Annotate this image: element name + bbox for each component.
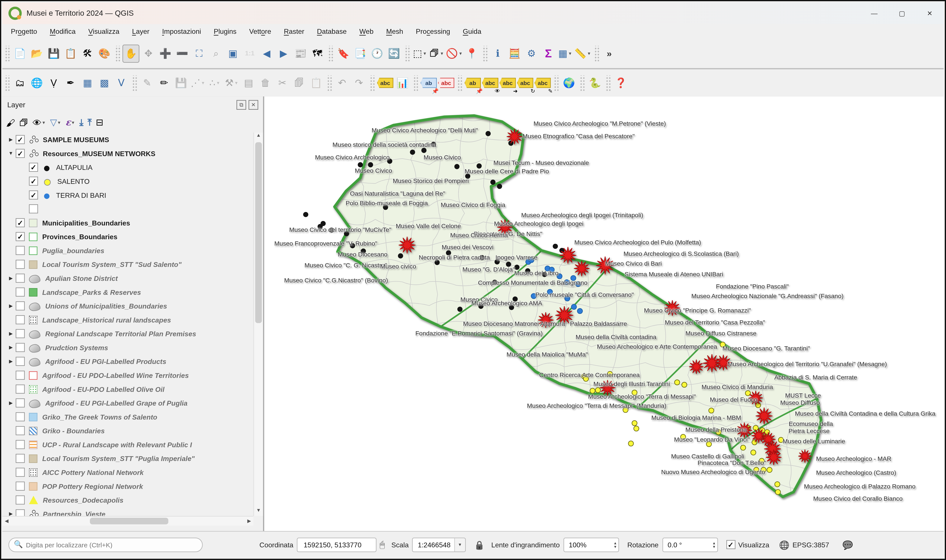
layer-visibility-checkbox[interactable] bbox=[16, 426, 25, 435]
layer-visibility-checkbox[interactable] bbox=[16, 454, 25, 463]
layer-visibility-checkbox[interactable] bbox=[16, 357, 25, 366]
multiedit-attributes-button[interactable]: ▤ bbox=[241, 74, 256, 91]
expander-icon[interactable]: ▶ bbox=[6, 137, 16, 142]
chevron-down-icon[interactable]: ▼ bbox=[42, 120, 46, 124]
zoom-native-button[interactable]: 1:1 bbox=[242, 45, 258, 62]
lock-scale-icon[interactable]: 🔒 bbox=[474, 540, 485, 549]
expander-icon[interactable]: ▶ bbox=[6, 345, 16, 350]
layer-visibility-checkbox[interactable] bbox=[16, 509, 25, 516]
layer-tree-item[interactable]: ▶Local Tourism System_STT "Puglia Imperi… bbox=[2, 451, 253, 465]
expander-icon[interactable]: ▶ bbox=[6, 275, 16, 281]
layer-tree-item[interactable]: ▶Agrifood - EU PGI-Labelled Products bbox=[2, 354, 253, 368]
filter-by-expression-button[interactable]: ε▼ bbox=[65, 117, 75, 128]
toolbar-handle[interactable] bbox=[579, 75, 585, 91]
messages-bubble-icon[interactable]: 💬 bbox=[842, 540, 853, 549]
pin-unpin-labels-button[interactable]: ab📌 bbox=[465, 74, 481, 91]
map-canvas[interactable]: Museo Civico Archeologico "Delli Muti"Mu… bbox=[264, 96, 944, 532]
chevron-down-icon[interactable]: ▼ bbox=[458, 51, 463, 55]
layer-tree-item[interactable]: ▶Agrifood - EU-PDO Labelled Olive Oil bbox=[2, 382, 253, 396]
layer-tree-item[interactable]: ▶POP Pottery Regional Network bbox=[2, 479, 253, 493]
python-console-button[interactable]: 🐍 bbox=[587, 74, 603, 91]
scale-combobox[interactable]: 1:2466548 ▼ bbox=[412, 537, 466, 552]
layer-tree-item[interactable]: ▶Local Tourism System_STT "Sud Salento" bbox=[2, 257, 253, 271]
layer-visibility-checkbox[interactable]: ✓ bbox=[16, 232, 25, 241]
layer-tree-item[interactable]: ▶Agrifood - EU PDO-Labelled Wine Territo… bbox=[2, 368, 253, 382]
menu-impostazioni[interactable]: Impostazioni bbox=[162, 28, 201, 35]
new-geopackage-layer-button[interactable]: ✒ bbox=[63, 74, 78, 91]
collapse-all-button[interactable]: ⤒ bbox=[88, 117, 91, 128]
menu-processing[interactable]: Processing bbox=[416, 28, 450, 35]
project-new-button[interactable]: 📄 bbox=[12, 45, 28, 62]
pan-map-button[interactable]: ✋ bbox=[122, 44, 139, 62]
toolbar-handle[interactable] bbox=[4, 75, 9, 91]
scroll-down-icon[interactable]: ▼ bbox=[254, 508, 263, 516]
identify-features-button[interactable]: ℹ bbox=[490, 45, 506, 62]
project-open-button[interactable]: 📂 bbox=[29, 45, 45, 62]
layer-visibility-checkbox[interactable]: ✓ bbox=[29, 190, 38, 199]
layer-tree-item[interactable]: ▶✓SAMPLE MUSEUMS bbox=[2, 132, 253, 146]
layer-visibility-checkbox[interactable]: ✓ bbox=[16, 135, 25, 144]
mouse-extent-icon[interactable]: 🖱 bbox=[380, 540, 384, 550]
menu-database[interactable]: Database bbox=[317, 28, 347, 35]
field-calculator-sum-button[interactable]: Σ bbox=[540, 45, 556, 62]
rotate-label-button[interactable]: abc↻ bbox=[517, 74, 534, 91]
toggle-editing-button[interactable]: ✏ bbox=[156, 74, 172, 91]
toolbar-handle[interactable] bbox=[482, 46, 488, 61]
layer-tree-item[interactable]: ▶✓Provinces_Boundaries bbox=[2, 230, 253, 243]
layer-tree-item[interactable]: ▶Agrifood - EU PGI-Labelled Grape of Pug… bbox=[2, 396, 253, 410]
layer-visibility-checkbox[interactable]: ✓ bbox=[16, 149, 25, 158]
chevron-down-icon[interactable]: ▼ bbox=[57, 120, 61, 124]
layer-tree-item[interactable]: ▶Griko_The Greek Towns of Salento bbox=[2, 410, 253, 424]
help-contents-button[interactable]: ❓ bbox=[613, 74, 629, 91]
crs-globe-icon[interactable]: 🌐 bbox=[779, 540, 790, 549]
pin-labels-button[interactable]: ab📌 bbox=[421, 74, 437, 91]
expander-icon[interactable]: ▶ bbox=[6, 303, 16, 309]
layer-visibility-checkbox[interactable] bbox=[16, 302, 25, 310]
layer-visibility-checkbox[interactable] bbox=[16, 412, 25, 421]
layer-visibility-checkbox[interactable] bbox=[16, 288, 25, 296]
toolbar-handle[interactable] bbox=[553, 75, 559, 91]
layer-visibility-checkbox[interactable] bbox=[16, 343, 25, 352]
new-shapefile-layer-button[interactable]: Ṿ bbox=[46, 74, 62, 91]
coordinate-box[interactable] bbox=[297, 537, 377, 552]
manage-map-themes-button[interactable]: 👁▼ bbox=[32, 117, 46, 128]
remove-layer-button[interactable]: ⊟ bbox=[96, 117, 103, 128]
deselect-features-button[interactable]: 🚫▼ bbox=[446, 45, 463, 62]
layer-tree-item[interactable]: ▶Partnership_Vieste bbox=[2, 507, 253, 516]
expander-icon[interactable]: ▶ bbox=[6, 359, 16, 364]
filter-legend-button[interactable]: ▽▼ bbox=[50, 117, 61, 128]
measure-line-button[interactable]: 📏▼ bbox=[574, 45, 591, 62]
chevron-down-icon[interactable]: ▼ bbox=[216, 81, 220, 85]
crs-value[interactable]: EPSG:3857 bbox=[793, 541, 829, 548]
minimize-button[interactable]: — bbox=[860, 2, 888, 24]
layer-tree-item[interactable]: ▶Puglia_boundaries bbox=[2, 243, 253, 257]
layer-visibility-checkbox[interactable] bbox=[16, 495, 25, 505]
layer-visibility-checkbox[interactable] bbox=[29, 204, 38, 213]
menu-vettore[interactable]: Vettore bbox=[249, 28, 271, 35]
menu-visualizza[interactable]: Visualizza bbox=[88, 28, 119, 35]
magnifier-spinbox[interactable]: 100% ▲▼ bbox=[563, 537, 619, 552]
toolbar-handle[interactable] bbox=[328, 46, 333, 61]
menu-guida[interactable]: Guida bbox=[463, 28, 481, 35]
maximize-button[interactable]: ▢ bbox=[888, 2, 916, 24]
show-bookmarks-button[interactable]: 📑 bbox=[352, 45, 368, 62]
dock-float-button[interactable]: ⧉ bbox=[236, 100, 246, 110]
delete-selected-button[interactable]: 🗑 bbox=[258, 74, 273, 91]
statistical-summary-button[interactable]: 🧮 bbox=[507, 45, 523, 62]
layer-visibility-checkbox[interactable]: ✓ bbox=[16, 218, 25, 227]
layer-visibility-checkbox[interactable] bbox=[16, 468, 25, 477]
menu-web[interactable]: Web bbox=[359, 28, 373, 35]
spinner-arrows[interactable]: ▲▼ bbox=[613, 541, 617, 548]
layer-tree-item[interactable]: ▶AICC Pottery National Network bbox=[2, 465, 253, 479]
select-by-value-button[interactable]: 🗇▼ bbox=[429, 45, 444, 62]
project-properties-button[interactable]: 🛠 bbox=[80, 45, 96, 62]
dock-close-button[interactable]: ✕ bbox=[248, 100, 258, 110]
copy-features-button[interactable]: 🗐 bbox=[292, 74, 307, 91]
toolbar-handle[interactable] bbox=[132, 75, 137, 91]
redo-button[interactable]: ↷ bbox=[351, 74, 367, 91]
layer-tree-item[interactable]: ▶Landscape_Parks & Reserves bbox=[2, 285, 253, 299]
zoom-full-extent-button[interactable]: ⛶ bbox=[191, 45, 207, 62]
temporal-controller-button[interactable]: 🕐 bbox=[369, 45, 385, 62]
layer-tree-item[interactable]: ▶Resources_Dodecapolis bbox=[2, 493, 253, 507]
layer-visibility-checkbox[interactable] bbox=[16, 385, 25, 393]
